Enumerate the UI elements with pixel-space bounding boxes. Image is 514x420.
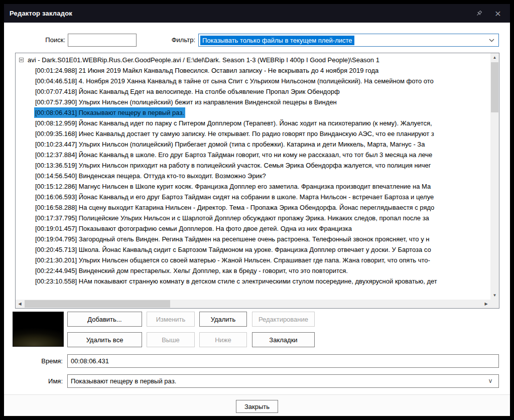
search-input[interactable] [68,34,137,47]
name-field[interactable] [67,374,499,388]
time-field[interactable] [67,354,499,368]
filter-label: Фильтр: [160,34,195,47]
delete-all-button[interactable]: Удалить все [67,332,142,347]
bookmarks-button[interactable]: Закладки [252,332,315,347]
bookmark-item-label: [00:07:07.418] Йонас Канвальд Едет на ве… [34,86,341,97]
tree-root-label: avi - Dark.S01E01.WEBRip.Rus.Ger.GoodPeo… [27,55,380,65]
bookmark-item[interactable]: [00:14:56.540] Винденская пещера. Оттуда… [16,171,490,181]
bookmark-item[interactable]: [00:08:06.431] Показывают пещеру в первы… [16,107,490,118]
search-label: Поиск: [24,34,65,47]
bookmark-item[interactable]: [00:07:57.390] Ульрих Нильсен (полицейск… [16,97,490,107]
bookmark-item[interactable]: [00:15:12.286] Магнус Нильсен в Школе ку… [16,181,490,192]
bookmark-item-label: [00:07:57.390] Ульрих Нильсен (полицейск… [34,97,338,107]
scroll-down-icon[interactable]: ▼ [490,291,499,300]
bookmark-item-label: [00:22:44.945] Винденский дом престарелы… [34,265,349,276]
bookmark-item-label: [00:08:06.431] Показывают пещеру в первы… [34,107,185,118]
horizontal-scroll-thumb[interactable] [25,300,170,308]
titlebar-buttons: × [475,8,510,19]
filter-dropdown[interactable]: Показывать только файлы в текущем плей-л… [198,34,499,47]
bookmark-item[interactable]: [00:07:07.418] Йонас Канвальд Едет на ве… [16,86,490,97]
pin-icon[interactable] [475,10,483,17]
collapse-icon[interactable] [19,58,24,62]
bookmark-item[interactable]: [00:13:36.519] Ульрих Нильсон приходит н… [16,160,490,171]
bookmark-item-label: [00:12:37.884] Йонас Канвальд в школе. Е… [34,150,433,160]
scroll-right-icon[interactable]: ▶ [482,300,490,308]
bookmark-item-label: [00:09:35.168] Инес Канвальд достает ту … [34,128,435,139]
titlebar: Редактор закладок × [4,4,510,23]
editing-button[interactable]: Редактирование [252,312,315,327]
scrollbar-corner [490,300,499,308]
bookmark-item[interactable]: [00:23:10.558] НАм покаывают странную ко… [16,276,490,287]
bookmark-list: avi - Dark.S01E01.WEBRip.Rus.Ger.GoodPeo… [15,53,499,309]
close-button[interactable]: Закрыть [236,400,278,413]
bookmark-editor-window: Редактор закладок × Поиск: Фильтр: Показ… [0,0,514,420]
scroll-left-icon[interactable]: ◀ [16,300,24,308]
bookmark-item[interactable]: [00:10:23.447] Ульрих Нильсон (полицейск… [16,139,490,150]
edit-button[interactable]: Изменить [147,312,195,327]
bookmark-item[interactable]: [00:22:44.945] Винденский дом престарелы… [16,265,490,276]
delete-button[interactable]: Удалить [199,312,247,327]
video-thumbnail [13,312,64,347]
bookmark-item[interactable]: [00:19:04.795] Загородный отель Винден. … [16,234,490,244]
bookmark-item-label: [00:08:12.959] Йонас Канвальд идет по па… [34,118,433,128]
bookmark-item-label: [00:10:23.447] Ульрих Нильсон (полицейск… [34,139,426,150]
bookmark-item-label: [00:13:36.519] Ульрих Нильсон приходит н… [34,160,432,171]
name-label: Имя: [23,374,63,388]
bookmark-item-label: [00:14:56.540] Винденская пещера. Оттуда… [34,171,267,181]
horizontal-scrollbar[interactable]: ◀ ▶ [16,300,490,308]
bookmark-item-label: [00:16:58.288] На сцену выходит Катарина… [34,202,435,213]
move-up-button[interactable]: Выше [147,332,195,347]
move-down-button[interactable]: Ниже [199,332,247,347]
bookmark-item[interactable]: [00:16:58.288] На сцену выходит Катарина… [16,202,490,213]
bookmark-item-label: [00:23:10.558] НАм покаывают странную ко… [34,276,438,287]
bookmark-item-label: [00:04:46.518] 4. Ноября 2019 Ханна Канв… [34,76,435,86]
time-label: Время: [23,354,63,368]
bookmark-item[interactable]: [00:20:45.713] Школа. Йонас Канвальд сид… [16,244,490,255]
bookmark-item[interactable]: [00:21:30.201] Ульрих Нильсен общается с… [16,255,490,265]
filter-selected-option: Показывать только файлы в текущем плей-л… [200,36,354,45]
vertical-scrollbar[interactable]: ▲ ▼ [490,53,499,300]
bookmark-item-label: [00:20:45.713] Школа. Йонас Канвальд сид… [34,244,432,255]
bookmark-item[interactable]: [00:04:46.518] 4. Ноября 2019 Ханна Канв… [16,76,490,86]
bookmark-item-label: [00:19:04.795] Загородный отель Винден. … [34,234,430,244]
bookmark-item-label: [00:15:12.286] Магнус Нильсен в Школе ку… [34,181,432,192]
bookmark-item[interactable]: [00:09:35.168] Инес Канвальд достает ту … [16,128,490,139]
window-title: Редактор закладок [4,10,72,17]
bookmark-item[interactable]: [00:08:12.959] Йонас Канвальд идет по па… [16,118,490,128]
name-dropdown-arrow-icon[interactable]: v [489,377,492,384]
bookmark-item[interactable]: [00:16:06.593] Йонас Канвальд и его друг… [16,192,490,202]
bookmark-item[interactable]: [00:19:01.457] Показывают фотографию сем… [16,223,490,234]
bookmark-item[interactable]: [00:01:24.988] 21 Июня 2019 Майкл Канвал… [16,65,490,76]
bookmark-item[interactable]: [00:17:37.795] Полицейские Ульрих Нильсо… [16,213,490,223]
bookmark-item[interactable]: [00:12:37.884] Йонас Канвальд в школе. Е… [16,150,490,160]
bookmark-tree-rows: avi - Dark.S01E01.WEBRip.Rus.Ger.GoodPeo… [16,53,490,300]
tree-root[interactable]: avi - Dark.S01E01.WEBRip.Rus.Ger.GoodPeo… [16,55,490,65]
bookmark-item-label: [00:01:24.988] 21 Июня 2019 Майкл Канвал… [34,65,379,76]
bookmark-item-label: [00:17:37.795] Полицейские Ульрих Нильсо… [34,213,430,223]
add-button[interactable]: Добавить... [67,312,142,327]
chevron-down-icon [489,39,494,42]
dialog-content: Поиск: Фильтр: Показывать только файлы в… [4,23,510,416]
scroll-up-icon[interactable]: ▲ [490,53,499,62]
bookmark-item-label: [00:21:30.201] Ульрих Нильсен общается с… [34,255,431,265]
vertical-scroll-thumb[interactable] [491,62,498,112]
bookmark-item-label: [00:19:01.457] Показывают фотографию сем… [34,223,353,234]
close-icon[interactable]: × [495,8,501,19]
bookmark-item-label: [00:16:06.593] Йонас Канвальд и его друг… [34,192,435,202]
